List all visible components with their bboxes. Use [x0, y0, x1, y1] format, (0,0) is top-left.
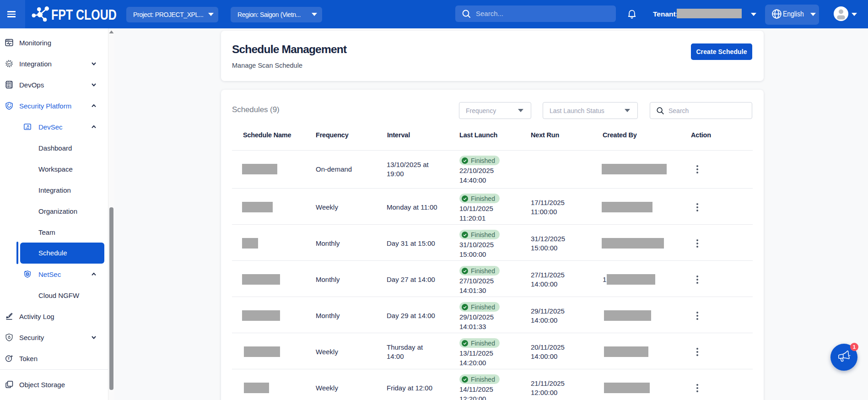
svg-text:API: API [8, 63, 11, 65]
svg-text:T: T [8, 357, 10, 361]
